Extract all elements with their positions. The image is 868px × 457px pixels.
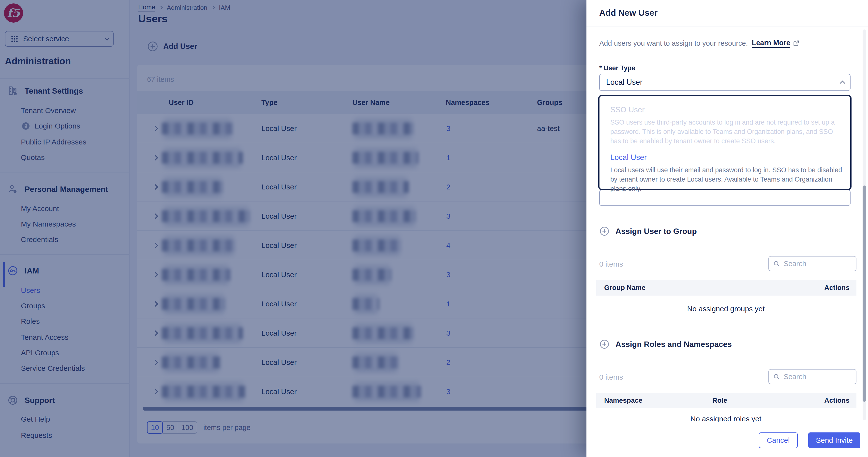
- drawer-title: Add New User: [599, 8, 657, 18]
- chevron-up-icon: [840, 80, 845, 86]
- external-link-icon: [793, 40, 800, 47]
- roles-items-count: 0 items: [599, 373, 623, 381]
- cancel-button[interactable]: Cancel: [759, 432, 798, 448]
- option-sso-user-description: SSO users use third-party accounts to lo…: [610, 118, 843, 146]
- plus-circle-icon: [599, 339, 610, 349]
- roles-search-input[interactable]: [784, 373, 843, 381]
- column-header-namespace: Namespace: [604, 393, 643, 409]
- assign-group-section-title: Assign User to Group: [616, 227, 697, 236]
- drawer-intro-text: Add users you want to assign to your res…: [599, 39, 748, 47]
- divider: [586, 27, 868, 27]
- group-items-count: 0 items: [599, 260, 623, 268]
- option-local-user[interactable]: Local User: [610, 153, 839, 162]
- divider: [596, 320, 857, 320]
- add-new-user-drawer: Add New User Add users you want to assig…: [586, 0, 868, 457]
- group-search-input[interactable]: [784, 260, 843, 268]
- groups-empty-state: No assigned groups yet: [599, 305, 852, 313]
- user-type-dropdown-menu: SSO User SSO users use third-party accou…: [598, 95, 851, 190]
- learn-more-link[interactable]: Learn More: [752, 39, 790, 48]
- column-header-role: Role: [712, 393, 727, 409]
- app-root: f5 Select service Administration: [0, 0, 868, 457]
- user-type-select[interactable]: Local User: [599, 74, 850, 91]
- modal-dim-overlay[interactable]: [0, 0, 586, 457]
- drawer-intro: Add users you want to assign to your res…: [599, 39, 800, 48]
- assign-group-section-button[interactable]: Assign User to Group: [599, 226, 697, 236]
- assign-roles-section-button[interactable]: Assign Roles and Namespaces: [599, 339, 732, 349]
- group-table-header: Group Name Actions: [596, 280, 857, 296]
- roles-table-header: Namespace Role Actions: [596, 393, 857, 409]
- option-local-user-description: Local users will use their email and pas…: [610, 165, 843, 193]
- column-header-actions: Actions: [824, 393, 849, 409]
- plus-circle-icon: [599, 226, 610, 236]
- drawer-footer: Cancel Send Invite: [586, 422, 868, 457]
- send-invite-button[interactable]: Send Invite: [808, 432, 860, 448]
- column-header-actions: Actions: [824, 280, 849, 296]
- search-icon: [773, 260, 780, 267]
- drawer-scrollbar-thumb[interactable]: [863, 186, 866, 402]
- user-type-label: * User Type: [599, 64, 636, 72]
- assign-roles-section-title: Assign Roles and Namespaces: [616, 340, 732, 349]
- roles-search-box: [768, 369, 857, 384]
- option-sso-user: SSO User: [610, 105, 839, 114]
- column-header-group-name: Group Name: [604, 280, 646, 296]
- search-icon: [773, 373, 780, 380]
- user-type-value: Local User: [606, 78, 643, 87]
- group-search-box: [768, 256, 857, 271]
